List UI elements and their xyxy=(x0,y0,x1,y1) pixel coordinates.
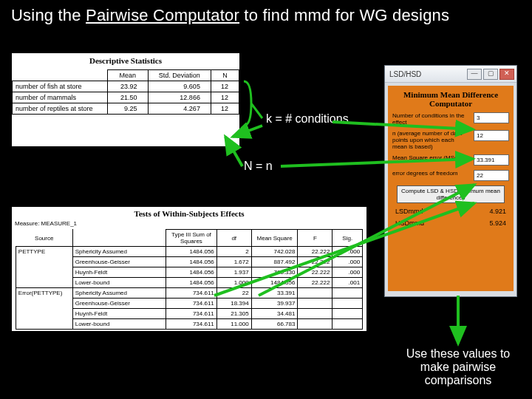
descriptive-stats-title: Descriptive Statistics xyxy=(12,53,239,69)
title-underline: Pairwise Computator xyxy=(86,6,239,24)
row-mse: Mean Square error (MSe) xyxy=(392,154,509,166)
anova-r2-sig: .000 xyxy=(332,267,363,278)
title-post: to find mmd for WG designs xyxy=(239,6,449,24)
close-button[interactable]: ✕ xyxy=(499,69,514,80)
anova-r5-f xyxy=(298,299,332,309)
anova-r3-assump: Lower-bound xyxy=(72,278,166,288)
dferr-label: error degrees of freedom xyxy=(392,170,466,177)
anova-h4: Mean Square xyxy=(251,230,298,247)
table-row: number of mammals 21.50 12.866 12 xyxy=(13,92,239,103)
maximize-button[interactable]: ▢ xyxy=(483,69,498,80)
anova-r3-f: 22.222 xyxy=(298,278,332,288)
slide-title: Using the Pairwise Computator to find mm… xyxy=(11,6,449,25)
anova-r5-sig xyxy=(332,299,363,309)
anova-r4-f xyxy=(298,288,332,299)
anova-r3-sig: .001 xyxy=(332,278,363,288)
k-input[interactable] xyxy=(474,112,509,123)
mse-input[interactable] xyxy=(474,154,509,166)
anova-block: Tests of Within-Subjects Effects Measure… xyxy=(12,207,366,331)
compute-button[interactable]: Compute LSD & HSD minimum mean differenc… xyxy=(397,185,505,203)
anova-r4-df: 22 xyxy=(216,288,251,299)
anova-r7-df: 11.000 xyxy=(216,319,251,330)
anova-r6-sig xyxy=(332,309,363,319)
anova-h6: Sig. xyxy=(332,230,363,247)
anova-r6-ss: 734.611 xyxy=(166,309,217,319)
table-row: Error(PETTYPE) Sphericity Assumed 734.61… xyxy=(16,288,362,299)
anova-r3-ms: 1484.056 xyxy=(251,278,298,288)
desc-row2-label: number of reptiles at store xyxy=(13,103,108,115)
dferr-input[interactable] xyxy=(474,170,509,181)
lsd-output-row: LSDmmd 4.921 xyxy=(392,208,509,215)
anova-r2-src xyxy=(16,267,72,278)
table-row: Greenhouse-Geisser 1484.056 1.672 887.49… xyxy=(16,257,362,267)
anova-r3-src xyxy=(16,278,72,288)
anova-h2: Type III Sum of Squares xyxy=(166,230,217,247)
desc-row0-mean: 23.92 xyxy=(108,81,149,92)
table-row: PETTYPE Sphericity Assumed 1484.056 2 74… xyxy=(16,247,362,257)
slide: Using the Pairwise Computator to find mm… xyxy=(0,0,532,399)
table-row: Greenhouse-Geisser 734.611 18.394 39.937 xyxy=(16,299,362,309)
desc-row0-n: 12 xyxy=(211,81,239,92)
row-k: Number of conditions in the effect xyxy=(392,112,509,126)
desc-header-blank xyxy=(13,70,108,81)
desc-row2-sd: 4.267 xyxy=(148,103,211,115)
desc-row1-mean: 21.50 xyxy=(108,92,149,103)
anova-r0-assump: Sphericity Assumed xyxy=(72,247,166,257)
anova-r7-src xyxy=(16,319,72,330)
window-buttons: — ▢ ✕ xyxy=(467,69,514,80)
computator-window: LSD/HSD — ▢ ✕ Minimum Mean Difference Co… xyxy=(384,65,517,297)
anova-r1-df: 1.672 xyxy=(216,257,251,267)
lsd-value: 4.921 xyxy=(489,208,506,215)
desc-header-n: N xyxy=(211,70,239,81)
anova-r3-df: 1.000 xyxy=(216,278,251,288)
anova-r1-src xyxy=(16,257,72,267)
table-row: Lower-bound 1484.056 1.000 1484.056 22.2… xyxy=(16,278,362,288)
desc-row0-sd: 9.605 xyxy=(148,81,211,92)
hsd-value: 5.924 xyxy=(489,219,506,227)
anova-r2-ms: 766.330 xyxy=(251,267,298,278)
anova-r4-ms: 33.391 xyxy=(251,288,298,299)
bottom-note: Use these values to make pairwise compar… xyxy=(392,347,525,387)
anova-r6-df: 21.305 xyxy=(216,309,251,319)
anova-table: Source Type III Sum of Squares df Mean S… xyxy=(16,229,363,330)
anova-measure: Measure: MEASURE_1 xyxy=(12,220,366,229)
table-row: number of fish at store 23.92 9.605 12 xyxy=(13,81,239,92)
computator-window-title: LSD/HSD xyxy=(389,70,421,78)
table-row: Huynh-Feldt 734.611 21.305 34.481 xyxy=(16,309,362,319)
anova-r1-assump: Greenhouse-Geisser xyxy=(72,257,166,267)
anova-r4-ss: 734.611 xyxy=(166,288,217,299)
desc-header-mean: Mean xyxy=(108,70,149,81)
anova-r0-df: 2 xyxy=(216,247,251,257)
anova-r1-ss: 1484.056 xyxy=(166,257,217,267)
anova-r5-ss: 734.611 xyxy=(166,299,217,309)
mse-label: Mean Square error (MSe) xyxy=(392,154,466,161)
computator-titlebar[interactable]: LSD/HSD — ▢ ✕ xyxy=(385,66,516,83)
anova-r2-f: 22.222 xyxy=(298,267,332,278)
hsd-label: HSDmmd xyxy=(395,219,424,227)
lsd-label: LSDmmd xyxy=(395,208,423,215)
anova-r3-ss: 1484.056 xyxy=(166,278,217,288)
anova-r2-assump: Huynh-Feldt xyxy=(72,267,166,278)
anova-r7-assump: Lower-bound xyxy=(72,319,166,330)
anova-r4-sig xyxy=(332,288,363,299)
anova-r0-ss: 1484.056 xyxy=(166,247,217,257)
desc-row2-n: 12 xyxy=(211,103,239,115)
desc-row1-n: 12 xyxy=(211,92,239,103)
computator-body: Minimum Mean Difference Computator Numbe… xyxy=(388,86,514,291)
n-input[interactable] xyxy=(474,130,509,141)
minimize-button[interactable]: — xyxy=(467,69,482,80)
anova-r0-f: 22.222 xyxy=(298,247,332,257)
computator-heading: Minimum Mean Difference Computator xyxy=(392,90,509,108)
anova-r5-ms: 39.937 xyxy=(251,299,298,309)
anova-r2-ss: 1484.056 xyxy=(166,267,217,278)
anova-r5-src xyxy=(16,299,72,309)
anova-r5-assump: Greenhouse-Geisser xyxy=(72,299,166,309)
anova-h5: F xyxy=(298,230,332,247)
anova-r7-f xyxy=(298,319,332,330)
anova-r2-df: 1.937 xyxy=(216,267,251,278)
anova-r7-ss: 734.611 xyxy=(166,319,217,330)
annotation-k: k = # conditions xyxy=(266,112,349,126)
descriptive-stats-table: Mean Std. Deviation N number of fish at … xyxy=(12,69,239,115)
anova-r1-f: 22.222 xyxy=(298,257,332,267)
n-label: n (average number of data points upon wh… xyxy=(392,130,466,150)
